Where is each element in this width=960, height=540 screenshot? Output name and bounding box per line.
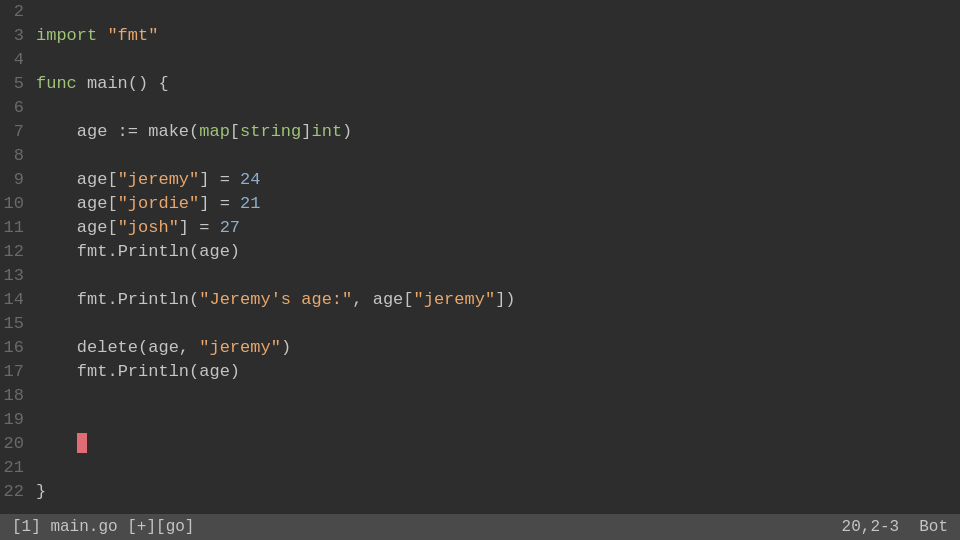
line-content: age["jordie"] = 21 — [36, 192, 260, 216]
code-line: 15 — [0, 312, 960, 336]
line-content: func main() { — [36, 72, 169, 96]
code-line: 2 — [0, 0, 960, 24]
line-number: 16 — [0, 336, 36, 360]
code-line: 4 — [0, 48, 960, 72]
code-line: 12 fmt.Println(age) — [0, 240, 960, 264]
code-line: 17 fmt.Println(age) — [0, 360, 960, 384]
line-content: delete(age, "jeremy") — [36, 336, 291, 360]
code-line: 9 age["jeremy"] = 24 — [0, 168, 960, 192]
line-number: 15 — [0, 312, 36, 336]
code-line: 14 fmt.Println("Jeremy's age:", age["jer… — [0, 288, 960, 312]
cursor — [77, 433, 87, 453]
line-content: age["josh"] = 27 — [36, 216, 240, 240]
line-number: 14 — [0, 288, 36, 312]
status-file-info: [1] main.go [+][go] — [12, 518, 194, 536]
line-number: 3 — [0, 24, 36, 48]
line-number: 4 — [0, 48, 36, 72]
line-number: 20 — [0, 432, 36, 456]
code-line: 21 — [0, 456, 960, 480]
line-content: fmt.Println(age) — [36, 240, 240, 264]
line-number: 22 — [0, 480, 36, 504]
line-number: 11 — [0, 216, 36, 240]
code-line: 7 age := make(map[string]int) — [0, 120, 960, 144]
editor-area: 2 3 import "fmt" 4 5 func main() { 6 7 a… — [0, 0, 960, 514]
line-content: import "fmt" — [36, 24, 158, 48]
code-line: 19 — [0, 408, 960, 432]
status-left: [1] main.go [+][go] — [12, 518, 194, 536]
line-number: 18 — [0, 384, 36, 408]
code-line: 6 — [0, 96, 960, 120]
line-number: 2 — [0, 0, 36, 24]
line-number: 8 — [0, 144, 36, 168]
line-number: 10 — [0, 192, 36, 216]
line-content: age := make(map[string]int) — [36, 120, 352, 144]
line-number: 7 — [0, 120, 36, 144]
line-content: fmt.Println("Jeremy's age:", age["jeremy… — [36, 288, 516, 312]
line-content: age["jeremy"] = 24 — [36, 168, 260, 192]
line-number: 19 — [0, 408, 36, 432]
status-right: 20,2-3 Bot — [842, 518, 948, 536]
line-number: 5 — [0, 72, 36, 96]
status-scroll: Bot — [919, 518, 948, 536]
code-line: 20 — [0, 432, 960, 456]
line-number: 12 — [0, 240, 36, 264]
status-position: 20,2-3 — [842, 518, 900, 536]
code-line: 13 — [0, 264, 960, 288]
line-number: 13 — [0, 264, 36, 288]
line-content: fmt.Println(age) — [36, 360, 240, 384]
code-line: 11 age["josh"] = 27 — [0, 216, 960, 240]
line-content: } — [36, 480, 46, 504]
code-line: 16 delete(age, "jeremy") — [0, 336, 960, 360]
code-line: 10 age["jordie"] = 21 — [0, 192, 960, 216]
code-line: 5 func main() { — [0, 72, 960, 96]
code-line: 3 import "fmt" — [0, 24, 960, 48]
line-content — [36, 432, 87, 456]
line-number: 6 — [0, 96, 36, 120]
line-number: 21 — [0, 456, 36, 480]
status-bar: [1] main.go [+][go] 20,2-3 Bot — [0, 514, 960, 540]
line-number: 17 — [0, 360, 36, 384]
code-line: 8 — [0, 144, 960, 168]
code-line: 18 — [0, 384, 960, 408]
line-number: 9 — [0, 168, 36, 192]
code-line: 22 } — [0, 480, 960, 504]
